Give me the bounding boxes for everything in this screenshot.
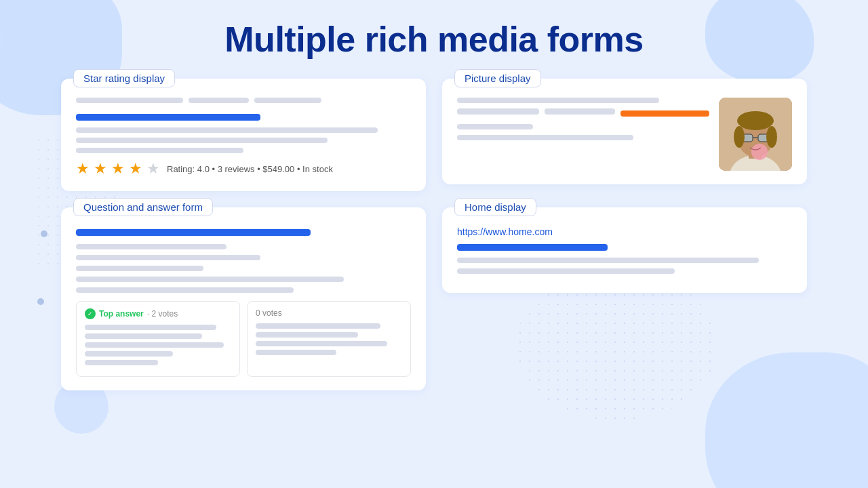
top-answer-header: ✓ Top answer · 2 votes bbox=[85, 308, 231, 319]
placeholder-line bbox=[256, 323, 380, 329]
placeholder-line bbox=[254, 98, 321, 103]
placeholder-line bbox=[76, 255, 260, 260]
placeholder-line bbox=[85, 333, 202, 339]
star-2: ★ bbox=[94, 160, 107, 178]
star-rating-wrapper: Star rating display ★ ★ ★ ★ ★ Rating: 4.… bbox=[61, 79, 426, 191]
placeholder-line bbox=[457, 108, 539, 115]
star-rating-card: ★ ★ ★ ★ ★ Rating: 4.0 • 3 reviews • $549… bbox=[61, 79, 426, 191]
star-5: ★ bbox=[146, 160, 160, 178]
top-answer-box: ✓ Top answer · 2 votes bbox=[76, 301, 240, 377]
picture-display-card bbox=[442, 79, 807, 184]
qa-form-label: Question and answer form bbox=[73, 198, 213, 216]
picture-display-wrapper: Picture display bbox=[442, 79, 807, 191]
placeholder-line bbox=[457, 98, 659, 103]
cards-grid: Star rating display ★ ★ ★ ★ ★ Rating: 4.… bbox=[0, 60, 868, 390]
star-3: ★ bbox=[111, 160, 125, 178]
placeholder-line bbox=[85, 342, 224, 348]
placeholder-line bbox=[457, 268, 675, 274]
star-1: ★ bbox=[76, 160, 90, 178]
placeholder-line bbox=[457, 124, 533, 129]
svg-point-11 bbox=[734, 126, 745, 148]
home-progress-bar bbox=[457, 244, 608, 251]
rating-text: Rating: 4.0 • 3 reviews • $549.00 • In s… bbox=[167, 164, 333, 174]
star-rating-label: Star rating display bbox=[73, 69, 175, 87]
placeholder-line bbox=[76, 266, 203, 271]
qa-progress-bar bbox=[76, 229, 311, 236]
placeholder-line bbox=[85, 325, 216, 330]
placeholder-line bbox=[76, 244, 226, 249]
product-image bbox=[719, 98, 792, 171]
star-rating-row: ★ ★ ★ ★ ★ Rating: 4.0 • 3 reviews • $549… bbox=[76, 160, 411, 178]
progress-bar bbox=[76, 114, 260, 121]
svg-point-12 bbox=[766, 126, 777, 148]
qa-answers: ✓ Top answer · 2 votes 0 votes bbox=[76, 301, 411, 377]
person-illustration bbox=[719, 98, 792, 171]
placeholder-line bbox=[76, 277, 344, 282]
placeholder-line bbox=[545, 108, 615, 115]
placeholder-line bbox=[457, 258, 759, 263]
page-title: Multiple rich media forms bbox=[0, 0, 868, 60]
home-display-label: Home display bbox=[454, 198, 536, 216]
placeholder-line bbox=[457, 135, 633, 140]
placeholder-line bbox=[256, 341, 387, 346]
qa-form-card: ✓ Top answer · 2 votes 0 votes bbox=[61, 207, 426, 390]
top-answer-label: Top answer bbox=[99, 309, 144, 319]
other-answer-box: 0 votes bbox=[247, 301, 411, 377]
picture-display-label: Picture display bbox=[454, 69, 541, 87]
placeholder-line bbox=[76, 287, 294, 293]
placeholder-line bbox=[256, 350, 336, 355]
qa-form-wrapper: Question and answer form ✓ Top answer · … bbox=[61, 207, 426, 390]
picture-card-text bbox=[457, 98, 709, 146]
svg-point-10 bbox=[737, 111, 774, 130]
svg-point-13 bbox=[751, 144, 768, 160]
placeholder-line bbox=[76, 127, 378, 133]
home-display-card: https://www.home.com bbox=[442, 207, 807, 293]
other-answer-header: 0 votes bbox=[256, 308, 402, 318]
home-url: https://www.home.com bbox=[457, 226, 792, 237]
placeholder-line bbox=[85, 351, 173, 357]
check-icon: ✓ bbox=[85, 308, 96, 319]
placeholder-line bbox=[189, 98, 249, 103]
picture-card-inner bbox=[457, 98, 792, 171]
placeholder-line bbox=[76, 148, 243, 153]
orange-button bbox=[620, 110, 709, 117]
star-4: ★ bbox=[129, 160, 142, 178]
top-votes: · 2 votes bbox=[147, 309, 178, 319]
placeholder-line bbox=[76, 138, 328, 143]
other-votes: 0 votes bbox=[256, 308, 282, 318]
placeholder-line bbox=[85, 360, 158, 365]
placeholder-line bbox=[76, 98, 183, 103]
placeholder-line bbox=[256, 332, 358, 338]
home-display-wrapper: Home display https://www.home.com bbox=[442, 207, 807, 390]
